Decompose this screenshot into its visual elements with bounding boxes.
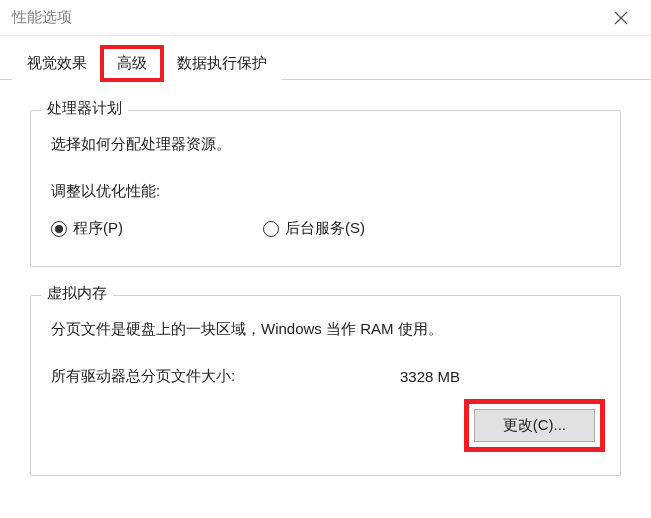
vm-button-row: 更改(C)... bbox=[51, 404, 600, 447]
radio-programs-label: 程序(P) bbox=[73, 219, 123, 238]
tab-dep[interactable]: 数据执行保护 bbox=[162, 47, 282, 80]
vm-total-row: 所有驱动器总分页文件大小: 3328 MB bbox=[51, 367, 600, 386]
window-title: 性能选项 bbox=[10, 8, 72, 27]
vm-description: 分页文件是硬盘上的一块区域，Windows 当作 RAM 使用。 bbox=[51, 320, 600, 339]
vm-total-label: 所有驱动器总分页文件大小: bbox=[51, 367, 235, 386]
tab-visual-effects[interactable]: 视觉效果 bbox=[12, 47, 102, 80]
content-panel: 处理器计划 选择如何分配处理器资源。 调整以优化性能: 程序(P) 后台服务(S… bbox=[0, 80, 651, 518]
tab-advanced[interactable]: 高级 bbox=[102, 47, 162, 80]
radio-programs[interactable]: 程序(P) bbox=[51, 219, 123, 238]
vm-group-title: 虚拟内存 bbox=[41, 284, 113, 303]
radio-background-label: 后台服务(S) bbox=[285, 219, 365, 238]
processor-radio-row: 程序(P) 后台服务(S) bbox=[51, 219, 600, 238]
processor-adjust-label: 调整以优化性能: bbox=[51, 182, 600, 201]
close-icon bbox=[614, 11, 628, 25]
processor-description: 选择如何分配处理器资源。 bbox=[51, 135, 600, 154]
tab-bar: 视觉效果 高级 数据执行保护 bbox=[0, 46, 651, 80]
processor-group-title: 处理器计划 bbox=[41, 99, 128, 118]
close-button[interactable] bbox=[601, 3, 641, 33]
change-button[interactable]: 更改(C)... bbox=[474, 409, 595, 442]
radio-background-services[interactable]: 后台服务(S) bbox=[263, 219, 365, 238]
radio-icon bbox=[263, 221, 279, 237]
radio-icon bbox=[51, 221, 67, 237]
virtual-memory-group: 虚拟内存 分页文件是硬盘上的一块区域，Windows 当作 RAM 使用。 所有… bbox=[30, 295, 621, 476]
titlebar: 性能选项 bbox=[0, 0, 651, 36]
vm-total-value: 3328 MB bbox=[400, 368, 600, 385]
processor-scheduling-group: 处理器计划 选择如何分配处理器资源。 调整以优化性能: 程序(P) 后台服务(S… bbox=[30, 110, 621, 267]
change-button-highlight: 更改(C)... bbox=[469, 404, 600, 447]
